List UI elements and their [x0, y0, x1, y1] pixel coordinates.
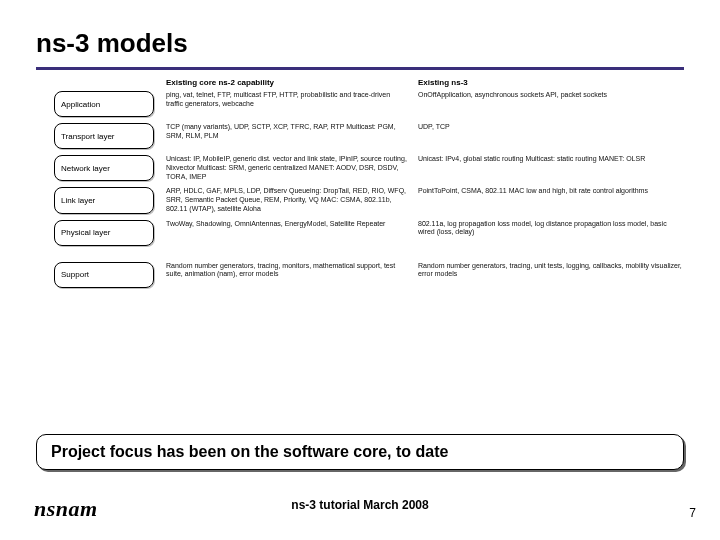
header-spacer	[54, 78, 166, 87]
footer: nsnam ns-3 tutorial March 2008 7	[0, 498, 720, 522]
cell-ns3: Unicast: IPv4, global static routing Mul…	[418, 155, 684, 181]
table-header-row: Existing core ns-2 capability Existing n…	[54, 78, 684, 87]
table-row: Transport layer TCP (many variants), UDP…	[54, 123, 684, 149]
row-label-network: Network layer	[54, 155, 154, 181]
cell-ns3: PointToPoint, CSMA, 802.11 MAC low and h…	[418, 187, 684, 213]
table-row: Link layer ARP, HDLC, GAF, MPLS, LDP, Di…	[54, 187, 684, 213]
cell-ns3: 802.11a, log propagation loss model, log…	[418, 220, 684, 246]
models-table: Existing core ns-2 capability Existing n…	[36, 78, 684, 288]
cell-ns2: ARP, HDLC, GAF, MPLS, LDP, Diffserv Queu…	[166, 187, 418, 213]
cell-ns2: Random number generators, tracing, monit…	[166, 262, 418, 288]
footer-center: ns-3 tutorial March 2008	[0, 498, 720, 512]
header-ns2: Existing core ns-2 capability	[166, 78, 418, 87]
header-ns3: Existing ns-3	[418, 78, 684, 87]
callout-box: Project focus has been on the software c…	[36, 434, 684, 470]
support-separator	[54, 252, 684, 262]
row-label-transport: Transport layer	[54, 123, 154, 149]
cell-ns3: OnOffApplication, asynchronous sockets A…	[418, 91, 684, 117]
row-label-support: Support	[54, 262, 154, 288]
cell-ns2: Unicast: IP, MobileIP, generic dist. vec…	[166, 155, 418, 181]
table-row: Physical layer TwoWay, Shadowing, OmniAn…	[54, 220, 684, 246]
cell-ns3: UDP, TCP	[418, 123, 684, 149]
row-label-physical: Physical layer	[54, 220, 154, 246]
slide: ns-3 models Existing core ns-2 capabilit…	[0, 0, 720, 540]
cell-ns2: TwoWay, Shadowing, OmniAntennas, EnergyM…	[166, 220, 418, 246]
row-label-application: Application	[54, 91, 154, 117]
table-row: Application ping, vat, telnet, FTP, mult…	[54, 91, 684, 117]
row-label-link: Link layer	[54, 187, 154, 213]
cell-ns2: TCP (many variants), UDP, SCTP, XCP, TFR…	[166, 123, 418, 149]
slide-title: ns-3 models	[36, 28, 684, 59]
page-number: 7	[689, 506, 696, 520]
cell-ns3: Random number generators, tracing, unit …	[418, 262, 684, 288]
table-row: Network layer Unicast: IP, MobileIP, gen…	[54, 155, 684, 181]
table-row: Support Random number generators, tracin…	[54, 262, 684, 288]
cell-ns2: ping, vat, telnet, FTP, multicast FTP, H…	[166, 91, 418, 117]
title-rule	[36, 67, 684, 70]
